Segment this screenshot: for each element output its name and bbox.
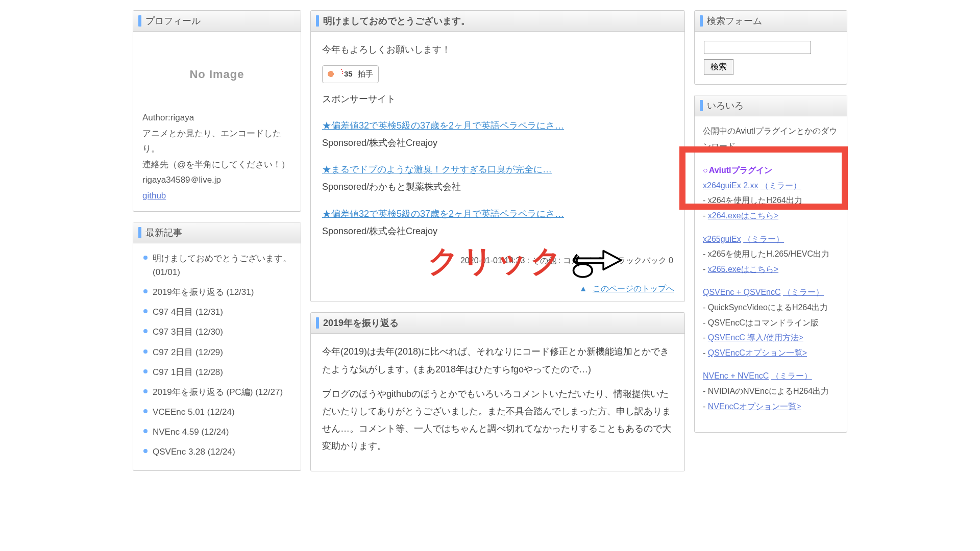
profile-header: プロフィール bbox=[133, 11, 301, 32]
recent-header: 最新記事 bbox=[133, 222, 301, 243]
note-x264-1: - x264を使用したH264出力 bbox=[703, 193, 839, 208]
downloads-header-title: いろいろ bbox=[707, 99, 744, 112]
link-qsvenc-mirror[interactable]: （ミラー） bbox=[783, 288, 824, 296]
note-x265-1: - x265を使用したH.265/HEVC出力 bbox=[703, 246, 839, 262]
profile-github-link[interactable]: github bbox=[142, 191, 166, 201]
link-qsvenc[interactable]: QSVEnc + QSVEncC bbox=[703, 288, 781, 296]
profile-box: プロフィール No Image Author:rigaya アニメとか見たり、エ… bbox=[133, 10, 301, 212]
sponsored-ad-source: Sponsored/わかもと製薬株式会社 bbox=[322, 178, 673, 195]
profile-line2: 連絡先（@を半角にしてください！） bbox=[142, 157, 291, 173]
recent-list-item[interactable]: C97 2日目 (12/29) bbox=[142, 342, 291, 362]
link-x264exe[interactable]: - x264.exeはこちら>x264.exeはこちら> bbox=[708, 211, 778, 220]
note-qsv-2: - QSVEncCはコマンドライン版 bbox=[703, 315, 839, 331]
profile-line1: アニメとか見たり、エンコードしたり。 bbox=[142, 126, 291, 157]
download-block-3: NVEnc + NVEncC （ミラー） - NVIDIAのNVEncによるH2… bbox=[703, 368, 839, 414]
recent-list-item[interactable]: C97 3日目 (12/30) bbox=[142, 322, 291, 342]
recent-list-item[interactable]: VCEEnc 5.01 (12/24) bbox=[142, 402, 291, 422]
clap-count: 35 bbox=[344, 67, 353, 82]
article-2: 2019年を振り返る 今年(2019)は去年(2018)に比べれば、それなりにコ… bbox=[310, 312, 685, 471]
link-x264guiex-mirror[interactable]: （ミラー） bbox=[761, 181, 801, 190]
pagetop-link[interactable]: このページのトップへ bbox=[593, 284, 674, 293]
clap-icon bbox=[326, 69, 339, 79]
sponsored-ad-source: Sponsored/株式会社Creajoy bbox=[322, 134, 673, 152]
search-input[interactable] bbox=[704, 41, 811, 54]
pagetop-icon: ▲ bbox=[579, 284, 587, 293]
profile-noimage: No Image bbox=[142, 39, 291, 110]
article-1: 明けましておめでとうございます。 今年もよろしくお願いします！ 35 拍手 スポ… bbox=[310, 10, 685, 302]
note-qsv-1: - QuickSyncVideoによるH264出力 bbox=[703, 300, 839, 315]
link-qsv-howto[interactable]: QSVEncC 導入/使用方法> bbox=[708, 333, 803, 342]
recent-list-item[interactable]: 2019年を振り返る (PC編) (12/27) bbox=[142, 382, 291, 402]
profile-author: Author:rigaya bbox=[142, 110, 291, 126]
download-block-1: x265guiEx （ミラー） - x265を使用したH.265/HEVC出力 … bbox=[703, 232, 839, 277]
article-2-p1: 今年(2019)は去年(2018)に比べれば、それなりにコード修正とか新機能追加… bbox=[322, 343, 673, 378]
article-2-p2: ブログのほうやgithubのほうとかでもいろいろコメントいただいたり、情報提供い… bbox=[322, 385, 673, 455]
link-nvenc-options[interactable]: NVEncCオプション一覧> bbox=[708, 402, 801, 411]
recent-list-item[interactable]: NVEnc 4.59 (12/24) bbox=[142, 422, 291, 442]
article-1-header: 明けましておめでとうございます。 bbox=[311, 11, 684, 32]
profile-email: rigaya34589＠live.jp bbox=[142, 172, 291, 188]
search-header-title: 検索フォーム bbox=[707, 15, 762, 27]
article-1-meta: 2020-01-01 18:33 : その他 : コメント 0 : トラックバッ… bbox=[322, 253, 673, 268]
link-qsv-options[interactable]: QSVEncCオプション一覧> bbox=[708, 348, 807, 357]
sponsored-ad-link[interactable]: ★まるでドブのような激臭！クサすぎる口臭が完全に… bbox=[322, 161, 673, 178]
downloads-box: いろいろ 公開中のAviutlプラグインとかのダウンロード ○Aviutlプラグ… bbox=[694, 95, 847, 433]
link-nvenc-mirror[interactable]: （ミラー） bbox=[771, 371, 812, 380]
profile-header-title: プロフィール bbox=[145, 15, 201, 27]
clap-label: 拍手 bbox=[358, 67, 373, 82]
downloads-section-head: Aviutlプラグイン bbox=[709, 166, 772, 174]
article-1-title: 明けましておめでとうございます。 bbox=[323, 15, 470, 27]
search-button[interactable]: 検索 bbox=[704, 59, 733, 75]
recent-list: 明けましておめでとうございます。 (01/01)2019年を振り返る (12/3… bbox=[133, 243, 301, 470]
link-x265guiex[interactable]: x265guiEx bbox=[703, 235, 741, 243]
downloads-intro: 公開中のAviutlプラグインとかのダウンロード bbox=[703, 123, 839, 154]
recent-articles-box: 最新記事 明けましておめでとうございます。 (01/01)2019年を振り返る … bbox=[133, 222, 301, 471]
recent-list-item[interactable]: C97 1日目 (12/28) bbox=[142, 362, 291, 382]
sponsor-label: スポンサーサイト bbox=[322, 90, 673, 108]
article-2-title: 2019年を振り返る bbox=[323, 317, 399, 329]
recent-list-item[interactable]: QSVEnc 3.28 (12/24) bbox=[142, 442, 291, 462]
recent-header-title: 最新記事 bbox=[145, 227, 182, 239]
sponsored-ad-source: Sponsored/株式会社Creajoy bbox=[322, 222, 673, 240]
clap-button[interactable]: 35 拍手 bbox=[322, 65, 379, 83]
link-x265exe[interactable]: x265.exeはこちら> bbox=[708, 265, 778, 273]
link-nvenc[interactable]: NVEnc + NVEncC bbox=[703, 371, 769, 380]
recent-list-item[interactable]: 明けましておめでとうございます。 (01/01) bbox=[142, 248, 291, 282]
search-header: 検索フォーム bbox=[695, 11, 847, 32]
recent-list-item[interactable]: C97 4日目 (12/31) bbox=[142, 302, 291, 322]
recent-list-item[interactable]: 2019年を振り返る (12/31) bbox=[142, 282, 291, 302]
download-block-2: QSVEnc + QSVEncC （ミラー） - QuickSyncVideoに… bbox=[703, 285, 839, 360]
link-x265guiex-mirror[interactable]: （ミラー） bbox=[743, 235, 784, 243]
link-x264guiex[interactable]: x264guiEx 2.xx bbox=[703, 181, 758, 190]
sponsored-ad-link[interactable]: ★偏差値32で英検5級の37歳を2ヶ月で英語ペラペラにさ… bbox=[322, 117, 673, 134]
article-2-header: 2019年を振り返る bbox=[311, 313, 684, 334]
search-box: 検索フォーム 検索 bbox=[694, 10, 847, 85]
downloads-header: いろいろ bbox=[695, 95, 847, 116]
download-block-0: ○Aviutlプラグイン x264guiEx 2.xx （ミラー） - x264… bbox=[703, 163, 839, 223]
note-nvenc-1: - NVIDIAのNVEncによるH264出力 bbox=[703, 384, 839, 399]
sponsored-ad-link[interactable]: ★偏差値32で英検5級の37歳を2ヶ月で英語ペラペラにさ… bbox=[322, 205, 673, 222]
article-1-greeting: 今年もよろしくお願いします！ bbox=[322, 41, 673, 58]
